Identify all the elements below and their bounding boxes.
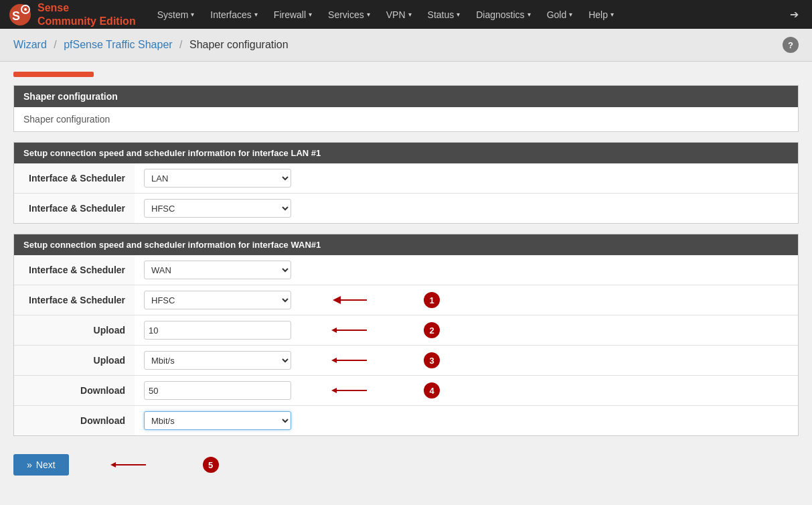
wan-scheduler-label: Interface & Scheduler (14, 285, 135, 315)
help-icon[interactable]: ? (783, 37, 799, 53)
nav-vpn[interactable]: VPN ▾ (378, 0, 420, 29)
chevron-down-icon: ▾ (191, 11, 194, 18)
wan-download-unit-label: Download (14, 406, 135, 436)
breadcrumb: Wizard / pfSense Traffic Shaper / Shaper… (13, 39, 289, 51)
wan-download-input[interactable] (144, 381, 291, 400)
breadcrumb-sep-2: / (179, 39, 182, 50)
lan-section: Setup connection speed and scheduler inf… (13, 142, 799, 224)
lan-form-table: Interface & Scheduler LAN WAN Interface … (14, 163, 798, 223)
wan-download-unit-row: Download Mbit/s Kbit/s Bit/s (14, 406, 798, 436)
breadcrumb-wizard[interactable]: Wizard (13, 39, 47, 50)
button-row: » Next 5 (13, 446, 799, 476)
svg-marker-6 (331, 328, 337, 333)
svg-text:S: S (12, 9, 20, 23)
annotation-2: 2 (424, 322, 440, 338)
annotation-3: 3 (424, 352, 440, 368)
breadcrumb-current: Shaper configuration (189, 39, 289, 50)
nav-system[interactable]: System ▾ (149, 0, 203, 29)
wan-download-input-col: 4 (135, 376, 798, 405)
wan-scheduler-select-col: HFSC PRIQ CBQ 1 (135, 285, 798, 315)
lan-scheduler-label: Interface & Scheduler (14, 194, 135, 224)
wan-upload-unit-col: Mbit/s Kbit/s Bit/s 3 (135, 346, 798, 375)
svg-point-3 (24, 8, 27, 11)
nav-help[interactable]: Help ▾ (580, 0, 622, 29)
chevron-down-icon: ▾ (254, 11, 258, 18)
nav-firewall[interactable]: Firewall ▾ (266, 0, 320, 29)
chevron-down-icon: ▾ (408, 11, 412, 18)
chevron-down-icon: ▾ (527, 11, 531, 18)
nav-right: ➔ (783, 8, 805, 21)
brand-name: Sense (37, 1, 136, 14)
wan-upload-input[interactable] (144, 321, 291, 340)
main-content: Shaper configuration Shaper configuratio… (0, 62, 812, 486)
breadcrumb-sep-1: / (54, 39, 56, 50)
wan-scheduler-select[interactable]: HFSC PRIQ CBQ (144, 291, 291, 309)
breadcrumb-bar: Wizard / pfSense Traffic Shaper / Shaper… (0, 29, 812, 62)
brand: S Sense Community Edition (7, 1, 136, 27)
chevron-down-icon: ▾ (569, 11, 572, 18)
wan-interface-select[interactable]: LAN WAN (144, 261, 291, 279)
wan-form-table: Interface & Scheduler LAN WAN Interface … (14, 255, 798, 435)
wan-download-input-row: Download 4 (14, 376, 798, 406)
wan-upload-unit-row: Upload Mbit/s Kbit/s Bit/s (14, 346, 798, 376)
annotation-1: 1 (424, 292, 440, 308)
next-icon: » (27, 459, 32, 470)
wan-upload-label-1: Upload (14, 315, 135, 346)
progress-bar (13, 72, 94, 77)
chevron-down-icon: ▾ (611, 11, 614, 18)
annotation-arrow-4 (330, 381, 370, 400)
nav-diagnostics[interactable]: Diagnostics ▾ (468, 0, 538, 29)
annotation-arrow-2 (330, 321, 370, 340)
lan-scheduler-select-col: HFSC PRIQ CBQ (135, 194, 798, 224)
shaper-config-panel-title: Shaper configuration (14, 86, 798, 107)
annotation-4: 4 (424, 382, 440, 399)
chevron-down-icon: ▾ (457, 11, 460, 18)
chevron-down-icon: ▾ (309, 11, 312, 18)
wan-download-label-1: Download (14, 376, 135, 406)
breadcrumb-shaper[interactable]: pfSense Traffic Shaper (64, 39, 172, 50)
annotation-arrow-5 (109, 455, 149, 474)
wan-upload-input-col: 2 (135, 315, 798, 345)
lan-section-header: Setup connection speed and scheduler inf… (14, 143, 798, 163)
wan-section-header: Setup connection speed and scheduler inf… (14, 234, 798, 255)
svg-marker-10 (331, 388, 337, 393)
wan-upload-unit-select[interactable]: Mbit/s Kbit/s Bit/s (144, 351, 291, 370)
wan-section: Setup connection speed and scheduler inf… (13, 234, 799, 436)
lan-interface-select-col-1: LAN WAN (135, 163, 798, 194)
wan-upload-input-row: Upload 2 (14, 315, 798, 346)
nav-gold[interactable]: Gold ▾ (539, 0, 581, 29)
chevron-down-icon: ▾ (367, 11, 370, 18)
nav-interfaces[interactable]: Interfaces ▾ (202, 0, 265, 29)
annotation-5: 5 (203, 457, 219, 473)
wan-scheduler-row: Interface & Scheduler HFSC PRIQ CBQ (14, 285, 798, 315)
wan-interface-select-col: LAN WAN (135, 255, 798, 285)
lan-interface-scheduler-row: Interface & Scheduler LAN WAN (14, 163, 798, 194)
annotation-arrow-1 (330, 291, 370, 309)
wan-upload-unit-label: Upload (14, 346, 135, 376)
wan-download-unit-col: Mbit/s Kbit/s Bit/s (135, 406, 798, 435)
wan-download-unit-select[interactable]: Mbit/s Kbit/s Bit/s (144, 411, 291, 430)
external-link-icon[interactable]: ➔ (783, 8, 805, 21)
nav-items: System ▾ Interfaces ▾ Firewall ▾ Service… (149, 0, 783, 29)
wan-interface-label-1: Interface & Scheduler (14, 255, 135, 285)
svg-marker-12 (110, 462, 116, 467)
shaper-config-panel: Shaper configuration Shaper configuratio… (13, 85, 799, 132)
annotation-arrow-3 (330, 351, 370, 370)
nav-status[interactable]: Status ▾ (420, 0, 469, 29)
nav-services[interactable]: Services ▾ (320, 0, 378, 29)
brand-edition: Community Edition (37, 15, 136, 27)
navbar: S Sense Community Edition System ▾ Inter… (0, 0, 812, 29)
logo-icon: S (7, 3, 33, 27)
wan-interface-row: Interface & Scheduler LAN WAN (14, 255, 798, 285)
next-label: Next (36, 459, 56, 470)
shaper-config-panel-body: Shaper configuration (14, 107, 798, 131)
lan-interface-select[interactable]: LAN WAN (144, 169, 291, 188)
lan-scheduler-select[interactable]: HFSC PRIQ CBQ (144, 199, 291, 218)
svg-marker-8 (331, 358, 337, 363)
next-button[interactable]: » Next (13, 454, 69, 476)
lan-interface-label-1: Interface & Scheduler (14, 163, 135, 194)
lan-scheduler-row: Interface & Scheduler HFSC PRIQ CBQ (14, 194, 798, 224)
